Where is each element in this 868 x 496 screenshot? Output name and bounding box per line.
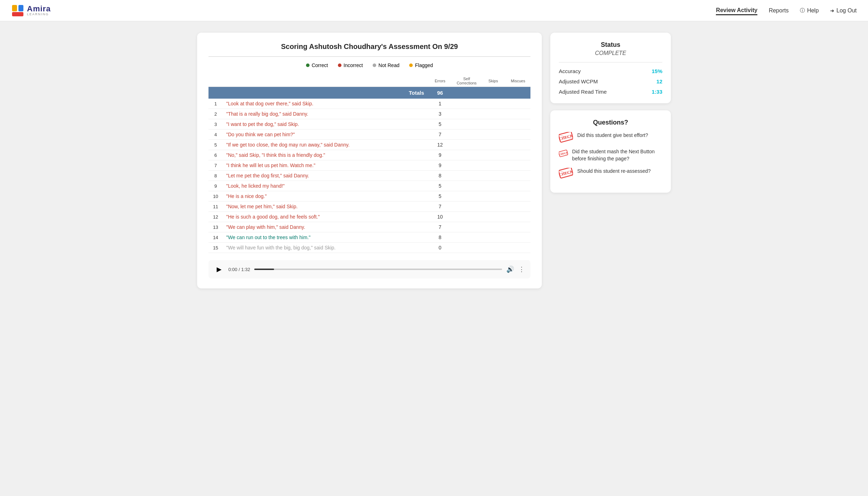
row-text-12: "He is such a good dog, and he feels sof… <box>223 212 428 222</box>
play-button[interactable]: ▶ <box>214 264 224 274</box>
row-miscues-6 <box>506 150 530 160</box>
col-self-corrections-header: SelfCorrections <box>452 75 481 87</box>
row-num-12: 12 <box>208 212 223 222</box>
row-text-2: "That is a really big dog," said Danny. <box>223 109 428 119</box>
progress-bar[interactable] <box>254 269 502 270</box>
row-miscues-5 <box>506 140 530 150</box>
scoring-table: Errors SelfCorrections Skips Miscues Tot… <box>208 75 530 253</box>
row-errors-14: 8 <box>428 232 452 243</box>
totals-label: Totals <box>223 87 428 99</box>
logout-icon: ➜ <box>830 8 834 13</box>
totals-miscues-value <box>506 87 530 99</box>
row-miscues-3 <box>506 119 530 129</box>
volume-button[interactable]: 🔊 <box>506 265 514 273</box>
logo-name: Amira <box>27 5 51 13</box>
row-num-8: 8 <box>208 171 223 181</box>
row-skips-9 <box>481 181 506 191</box>
nav-help[interactable]: ⓘ Help <box>800 6 819 15</box>
row-miscues-11 <box>506 202 530 212</box>
table-row: 9 "Look, he licked my hand!" 5 <box>208 181 530 191</box>
row-sc-1 <box>452 99 481 109</box>
table-row: 15 "We will have fun with the big, big d… <box>208 243 530 253</box>
row-miscues-7 <box>506 160 530 171</box>
nav-review-activity[interactable]: Review Activity <box>716 6 757 15</box>
row-errors-9: 5 <box>428 181 452 191</box>
row-num-1: 1 <box>208 99 223 109</box>
table-row: 5 "If we get too close, the dog may run … <box>208 140 530 150</box>
row-text-13: "We can play with him," said Danny. <box>223 222 428 232</box>
row-num-4: 4 <box>208 129 223 140</box>
amira-logo-icon <box>11 4 24 17</box>
status-divider <box>559 62 662 62</box>
row-num-6: 6 <box>208 150 223 160</box>
row-errors-3: 5 <box>428 119 452 129</box>
legend-incorrect: Incorrect <box>338 62 363 68</box>
row-text-7: "I think he will let us pet him. Watch m… <box>223 160 428 171</box>
row-num-15: 15 <box>208 243 223 253</box>
audio-player: ▶ 0:00 / 1:32 🔊 ⋮ <box>208 260 530 279</box>
row-num-5: 5 <box>208 140 223 150</box>
row-errors-8: 8 <box>428 171 452 181</box>
row-text-9: "Look, he licked my hand!" <box>223 181 428 191</box>
row-text-6: "No," said Skip, "I think this is a frie… <box>223 150 428 160</box>
questions-card: Questions? CHECK Did this student give b… <box>550 110 671 193</box>
row-num-14: 14 <box>208 232 223 243</box>
row-miscues-9 <box>506 181 530 191</box>
read-time-value: 1:33 <box>652 89 662 95</box>
row-num-2: 2 <box>208 109 223 119</box>
legend-flagged: Flagged <box>409 62 433 68</box>
row-sc-9 <box>452 181 481 191</box>
row-errors-15: 0 <box>428 243 452 253</box>
row-text-5: "If we get too close, the dog may run aw… <box>223 140 428 150</box>
table-row: 1 "Look at that dog over there," said Sk… <box>208 99 530 109</box>
table-row: 10 "He is a nice dog." 5 <box>208 191 530 202</box>
row-sc-12 <box>452 212 481 222</box>
row-num-10: 10 <box>208 191 223 202</box>
column-header-row: Errors SelfCorrections Skips Miscues <box>208 75 530 87</box>
correct-dot <box>306 64 310 67</box>
totals-skips-value <box>481 87 506 99</box>
table-row: 4 "Do you think we can pet him?" 7 <box>208 129 530 140</box>
logo-sub: LEARNING <box>27 13 51 16</box>
table-row: 8 "Let me pet the dog first," said Danny… <box>208 171 530 181</box>
row-sc-11 <box>452 202 481 212</box>
row-errors-5: 12 <box>428 140 452 150</box>
row-text-1: "Look at that dog over there," said Skip… <box>223 99 428 109</box>
row-errors-13: 7 <box>428 222 452 232</box>
row-text-8: "Let me pet the dog first," said Danny. <box>223 171 428 181</box>
row-skips-8 <box>481 171 506 181</box>
row-miscues-8 <box>506 171 530 181</box>
row-skips-14 <box>481 232 506 243</box>
col-skips-header: Skips <box>481 75 506 87</box>
row-miscues-4 <box>506 129 530 140</box>
row-skips-11 <box>481 202 506 212</box>
row-text-3: "I want to pet the dog," said Skip. <box>223 119 428 129</box>
table-row: 7 "I think he will let us pet him. Watch… <box>208 160 530 171</box>
row-errors-12: 10 <box>428 212 452 222</box>
check-stamp-3-icon: CHECK <box>559 168 573 178</box>
metric-accuracy: Accuracy 15% <box>559 68 662 74</box>
row-sc-6 <box>452 150 481 160</box>
more-options-button[interactable]: ⋮ <box>518 265 525 273</box>
totals-sc-value <box>452 87 481 99</box>
assessment-title: Scoring Ashutosh Choudhary's Assessment … <box>208 43 530 51</box>
col-num-header <box>208 75 223 87</box>
totals-header-row: Totals 96 <box>208 87 530 99</box>
row-miscues-12 <box>506 212 530 222</box>
assessment-card: Scoring Ashutosh Choudhary's Assessment … <box>197 33 542 288</box>
row-miscues-14 <box>506 232 530 243</box>
col-errors-header: Errors <box>428 75 452 87</box>
col-line-header <box>223 75 428 87</box>
time-display: 0:00 / 1:32 <box>228 267 250 272</box>
svg-text:CHECK: CHECK <box>559 151 568 156</box>
legend: Correct Incorrect Not Read Flagged <box>208 62 530 68</box>
help-icon: ⓘ <box>800 7 805 14</box>
flagged-dot <box>409 64 413 67</box>
row-errors-10: 5 <box>428 191 452 202</box>
questions-title: Questions? <box>559 119 662 126</box>
row-skips-2 <box>481 109 506 119</box>
nav-reports[interactable]: Reports <box>769 6 789 15</box>
title-divider <box>208 56 530 57</box>
nav-logout[interactable]: ➜ Log Out <box>830 6 857 15</box>
row-skips-10 <box>481 191 506 202</box>
